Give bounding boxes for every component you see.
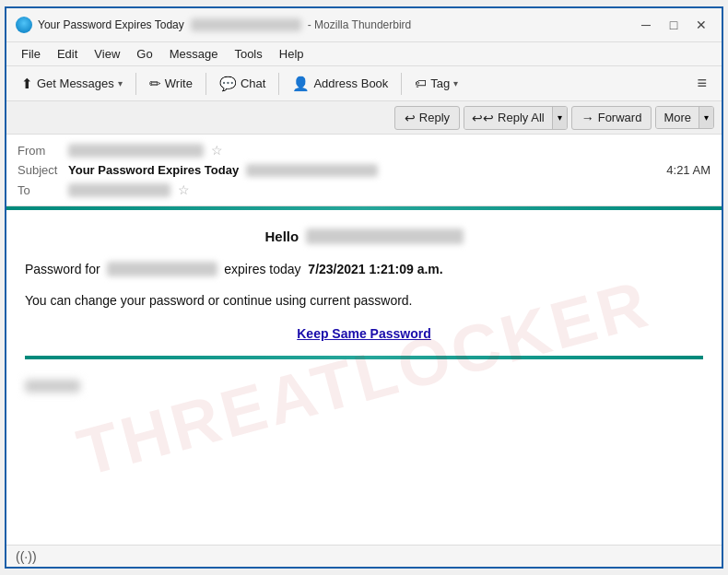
forward-icon: →: [581, 111, 594, 125]
email-header: From ████████████████ ☆ Subject Your Pas…: [6, 135, 722, 206]
title-bar-left: Your Password Expires Today ████ - Mozil…: [16, 17, 411, 33]
more-chevron-icon: ▾: [704, 112, 709, 123]
to-value: ████████████: [68, 183, 170, 197]
menu-tools[interactable]: Tools: [227, 44, 269, 64]
from-value: ████████████████: [68, 144, 204, 158]
more-split-button[interactable]: More ▾: [655, 106, 714, 129]
menu-bar: File Edit View Go Message Tools Help: [6, 42, 722, 66]
address-book-icon: 👤: [292, 76, 310, 92]
toolbar-separator-2: [205, 73, 206, 95]
status-icon: ((·)): [16, 549, 37, 564]
minimize-button[interactable]: ─: [635, 14, 657, 36]
email-para-1: Password for ████████████ expires today …: [25, 259, 703, 279]
status-bar: ((·)): [6, 545, 722, 567]
to-row: To ████████████ ☆: [18, 180, 710, 200]
from-row: From ████████████████ ☆: [18, 140, 710, 160]
toolbar-separator-3: [278, 73, 279, 95]
email-greeting: Hello ████████████████: [25, 229, 703, 244]
email-footer: [25, 370, 703, 395]
tag-button[interactable]: 🏷 Tag ▾: [407, 73, 465, 94]
reply-all-dropdown-button[interactable]: ▾: [552, 107, 567, 129]
footer-blurred: [25, 380, 80, 393]
get-messages-icon: ⬆: [21, 76, 33, 92]
reply-all-icon: ↩↩: [472, 111, 494, 125]
menu-message[interactable]: Message: [162, 44, 226, 64]
menu-edit[interactable]: Edit: [50, 44, 85, 64]
subject-extra: ████████████████: [246, 164, 378, 177]
write-icon: ✏: [149, 76, 161, 92]
thunderbird-logo-icon: [16, 17, 32, 33]
more-button[interactable]: More: [656, 107, 699, 128]
tag-icon: 🏷: [415, 76, 427, 90]
subject-text: Your Password Expires Today: [68, 163, 239, 177]
get-messages-button[interactable]: ⬆ Get Messages ▾: [14, 72, 130, 96]
greeting-name: ████████████████: [306, 229, 463, 244]
window-title: Your Password Expires Today ████ - Mozil…: [38, 18, 411, 31]
menu-help[interactable]: Help: [272, 44, 311, 64]
keep-same-password-link[interactable]: Keep Same Password: [25, 326, 703, 341]
reply-button[interactable]: ↩ Reply: [394, 106, 460, 130]
close-button[interactable]: ✕: [690, 14, 712, 36]
chat-icon: 💬: [219, 76, 237, 92]
subject-label: Subject: [18, 163, 68, 177]
to-star-icon[interactable]: ☆: [178, 182, 190, 197]
title-bar: Your Password Expires Today ████ - Mozil…: [6, 8, 722, 42]
email-para-2: You can change your password or continue…: [25, 290, 703, 311]
reply-all-split-button[interactable]: ↩↩ Reply All ▾: [464, 106, 568, 130]
para1-blurred: ████████████: [107, 262, 217, 276]
reply-icon: ↩: [405, 111, 416, 125]
reply-all-button[interactable]: ↩↩ Reply All: [464, 107, 552, 129]
title-bar-controls: ─ □ ✕: [635, 14, 712, 36]
more-dropdown-button[interactable]: ▾: [699, 107, 713, 128]
main-window: Your Password Expires Today ████ - Mozil…: [5, 6, 723, 569]
tag-dropdown-icon[interactable]: ▾: [453, 78, 458, 88]
write-button[interactable]: ✏ Write: [142, 72, 200, 96]
subject-row: Subject Your Password Expires Today ████…: [18, 160, 710, 180]
menu-file[interactable]: File: [14, 44, 48, 64]
address-book-button[interactable]: 👤 Address Book: [285, 72, 395, 96]
to-label: To: [18, 183, 68, 197]
from-label: From: [18, 144, 68, 158]
forward-button[interactable]: → Forward: [571, 106, 652, 130]
email-body: THREATLOCKER Hello ████████████████ Pass…: [6, 210, 722, 545]
reply-all-chevron-icon: ▾: [558, 112, 562, 123]
teal-divider-bottom: [25, 356, 703, 359]
action-bar: ↩ Reply ↩↩ Reply All ▾ → Forward More ▾: [6, 101, 722, 135]
toolbar-separator-1: [135, 73, 136, 95]
maximize-button[interactable]: □: [663, 14, 685, 36]
toolbar: ⬆ Get Messages ▾ ✏ Write 💬 Chat 👤 Addres…: [6, 66, 722, 101]
toolbar-separator-4: [401, 73, 402, 95]
menu-view[interactable]: View: [87, 44, 127, 64]
from-star-icon[interactable]: ☆: [211, 143, 223, 158]
chat-button[interactable]: 💬 Chat: [212, 72, 273, 96]
email-time: 4:21 AM: [666, 163, 710, 177]
get-messages-dropdown-icon[interactable]: ▾: [118, 78, 123, 88]
menu-go[interactable]: Go: [129, 44, 159, 64]
hamburger-menu-button[interactable]: ≡: [689, 70, 714, 97]
